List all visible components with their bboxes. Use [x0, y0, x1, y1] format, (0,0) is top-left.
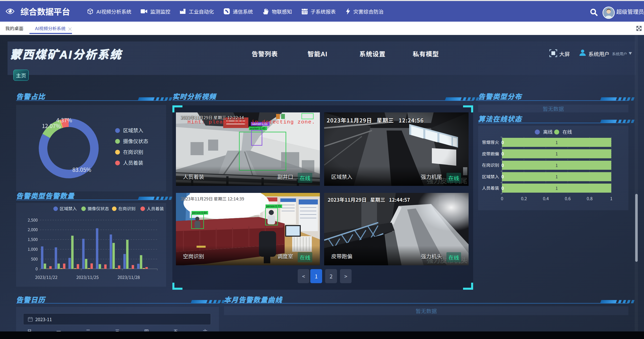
svg-text:0: 0 [35, 266, 38, 272]
svg-text:person 0.64: person 0.64 [192, 210, 207, 215]
svg-text:在线: 在线 [562, 128, 572, 135]
svg-text:区域禁入: 区域禁入 [123, 126, 143, 134]
svg-text:摄像仪状态: 摄像仪状态 [123, 137, 148, 145]
svg-text:12.07%: 12.07% [42, 121, 61, 130]
svg-text:0: 0 [501, 139, 504, 145]
svg-text:worker 0.45: worker 0.45 [250, 126, 266, 130]
svg-text:1: 1 [555, 139, 558, 145]
svg-text:1: 1 [555, 173, 558, 180]
svg-text:500: 500 [31, 256, 38, 262]
svg-text:在岗识别: 在岗识别 [118, 205, 135, 211]
svg-text:0: 0 [501, 173, 504, 180]
svg-text:0.4: 0.4 [543, 195, 549, 201]
svg-text:区域禁入: 区域禁入 [60, 205, 77, 211]
svg-text:冒烟冒火: 冒烟冒火 [482, 139, 499, 145]
svg-text:皮带跑偏: 皮带跑偏 [482, 150, 499, 157]
svg-text:人员着装: 人员着装 [147, 205, 164, 211]
svg-text:0: 0 [501, 150, 504, 157]
svg-text:1: 1 [555, 162, 558, 168]
svg-text:1,500: 1,500 [28, 236, 38, 242]
svg-text:0: 0 [501, 195, 503, 201]
svg-text:1: 1 [555, 150, 558, 157]
svg-text:2,000: 2,000 [28, 226, 38, 232]
svg-text:离线: 离线 [543, 128, 553, 135]
svg-text:人员着装: 人员着装 [123, 159, 143, 166]
svg-text:在岗识别: 在岗识别 [482, 162, 499, 168]
svg-text:1: 1 [555, 185, 558, 191]
svg-text:person 0.73: person 0.73 [266, 204, 281, 208]
svg-text:1,000: 1,000 [28, 246, 38, 252]
svg-text:2,500: 2,500 [28, 217, 38, 223]
svg-text:0: 0 [501, 162, 504, 168]
svg-text:在岗识别: 在岗识别 [123, 148, 143, 155]
svg-text:0.8: 0.8 [587, 195, 593, 201]
svg-text:摄像仪状态: 摄像仪状态 [88, 205, 109, 211]
svg-text:0.2: 0.2 [521, 195, 527, 201]
svg-text:区域禁入: 区域禁入 [482, 173, 499, 180]
svg-text:1: 1 [610, 195, 612, 201]
svg-text:2023/11/22: 2023/11/22 [35, 274, 58, 280]
svg-text:2023/11/25: 2023/11/25 [76, 274, 99, 280]
svg-text:人员着装: 人员着装 [482, 185, 499, 191]
svg-text:0: 0 [501, 185, 504, 191]
svg-text:83.05%: 83.05% [72, 165, 91, 173]
svg-text:0.6: 0.6 [565, 195, 571, 201]
svg-text:2023/11/28: 2023/11/28 [118, 274, 140, 280]
